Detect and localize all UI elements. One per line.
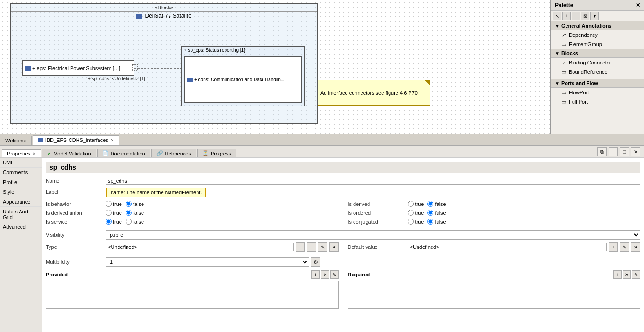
eps-block[interactable]: + eps: Electrical Power Subsystem [...] bbox=[22, 60, 134, 76]
is-service-true-option[interactable]: true bbox=[106, 219, 122, 225]
is-service-false-option[interactable]: false bbox=[126, 219, 144, 225]
type-input[interactable] bbox=[106, 243, 294, 251]
flow-port-icon: ▭ bbox=[560, 89, 567, 96]
palette-arrow-btn[interactable]: ↖ bbox=[553, 12, 561, 20]
is-conjugated-true-radio[interactable] bbox=[408, 219, 414, 225]
type-ellipsis-btn[interactable]: ⋯ bbox=[296, 242, 305, 252]
left-nav-style[interactable]: Style bbox=[0, 187, 42, 197]
is-behavior-true-radio[interactable] bbox=[106, 201, 112, 207]
type-add-btn[interactable]: + bbox=[307, 242, 316, 252]
is-conjugated-true-option[interactable]: true bbox=[408, 219, 424, 225]
bottom-tab-model-validation[interactable]: ✓ Model Validation bbox=[42, 149, 96, 157]
palette-item-dependency[interactable]: ↗ Dependency bbox=[551, 30, 644, 40]
name-row-container: Name name: The name of the NamedElement. bbox=[46, 177, 640, 185]
bottom-tab-properties[interactable]: Properties ✕ bbox=[2, 149, 41, 157]
type-col: Type ⋯ + ✎ ✕ bbox=[46, 242, 339, 254]
minimize-btn[interactable]: ─ bbox=[609, 147, 618, 156]
is-behavior-false-radio[interactable] bbox=[126, 201, 132, 207]
required-box[interactable] bbox=[348, 281, 641, 309]
cdhs-inner-block[interactable]: + cdhs: Communication and Data Handlin..… bbox=[184, 56, 302, 103]
left-nav-advanced[interactable]: Advanced bbox=[0, 222, 42, 232]
palette-item-flow-port[interactable]: ▭ FlowPort bbox=[551, 88, 644, 97]
left-nav-profile[interactable]: Profile bbox=[0, 177, 42, 187]
palette-fit-btn[interactable]: ⊠ bbox=[581, 12, 589, 20]
left-nav-appearance[interactable]: Appearance bbox=[0, 197, 42, 207]
visibility-select[interactable]: public private protected package bbox=[106, 230, 640, 240]
is-derived-true-option[interactable]: true bbox=[408, 201, 424, 207]
palette-section-blocks[interactable]: ▼ Blocks bbox=[551, 49, 644, 58]
is-conjugated-true-label: true bbox=[415, 219, 424, 225]
palette-dropdown-btn[interactable]: ▾ bbox=[590, 12, 599, 20]
bottom-tab-references[interactable]: 🔗 References bbox=[151, 149, 196, 157]
default-add-btn[interactable]: + bbox=[609, 242, 618, 252]
is-ordered-false-option[interactable]: false bbox=[427, 210, 446, 216]
type-remove-btn[interactable]: ✕ bbox=[329, 242, 339, 252]
left-nav-comments[interactable]: Comments bbox=[0, 168, 42, 177]
is-derived-false-radio[interactable] bbox=[427, 201, 433, 207]
palette-item-binding-connector[interactable]: ⟋ Binding Connector bbox=[551, 58, 644, 67]
diagram-area[interactable]: «Block» DellSat-77 Satalite + eps: Elect… bbox=[0, 0, 551, 134]
is-derived-union-label: Is derived union bbox=[46, 210, 102, 216]
provided-remove-btn[interactable]: ✕ bbox=[321, 270, 329, 279]
is-derived-union-true-option[interactable]: true bbox=[106, 210, 122, 216]
required-add-btn[interactable]: + bbox=[613, 270, 622, 279]
is-behavior-true-option[interactable]: true bbox=[106, 201, 122, 207]
is-conjugated-false-option[interactable]: false bbox=[427, 219, 446, 225]
block-icon bbox=[136, 14, 142, 19]
sp-eps-block[interactable]: + sp_eps: Status reporting [1] + cdhs: C… bbox=[181, 46, 305, 106]
is-ordered-false-radio[interactable] bbox=[427, 210, 433, 216]
bottom-tab-progress[interactable]: ⏳ Progress bbox=[197, 149, 236, 157]
multiplicity-select[interactable]: 1 0..1 0..* 1..* * bbox=[106, 257, 309, 267]
palette-close-icon[interactable]: ✕ bbox=[636, 2, 640, 8]
default-value-input[interactable] bbox=[408, 243, 607, 251]
multiplicity-settings-btn[interactable]: ⚙ bbox=[311, 257, 320, 267]
is-ordered-true-option[interactable]: true bbox=[408, 210, 424, 216]
provided-edit-btn[interactable]: ✎ bbox=[330, 270, 339, 279]
is-behavior-false-option[interactable]: false bbox=[126, 201, 144, 207]
bottom-tab-model-validation-label: Model Validation bbox=[53, 151, 91, 156]
palette-title: Palette bbox=[555, 2, 573, 8]
is-derived-union-false-radio[interactable] bbox=[126, 210, 132, 216]
cdhs-label: + cdhs: Communication and Data Handlin..… bbox=[194, 77, 284, 82]
eps-label: + eps: Electrical Power Subsystem [...] bbox=[32, 65, 120, 71]
required-edit-btn[interactable]: ✎ bbox=[632, 270, 640, 279]
palette-zoom-in-btn[interactable]: + bbox=[562, 12, 571, 20]
bottom-tab-documentation[interactable]: 📄 Documentation bbox=[97, 149, 150, 157]
eps-block-icon bbox=[25, 66, 31, 71]
type-edit-btn[interactable]: ✎ bbox=[318, 242, 327, 252]
restore-btn[interactable]: □ bbox=[620, 147, 629, 156]
is-service-true-radio[interactable] bbox=[106, 219, 112, 225]
palette-item-element-group[interactable]: ▭ ElementGroup bbox=[551, 40, 644, 49]
left-nav-rulers-grid[interactable]: Rulers And Grid bbox=[0, 207, 42, 222]
maximize-btn[interactable]: ⧉ bbox=[597, 147, 607, 156]
bottom-tab-properties-close[interactable]: ✕ bbox=[32, 151, 36, 156]
name-input[interactable] bbox=[106, 177, 640, 185]
close-panel-btn[interactable]: ✕ bbox=[631, 147, 640, 156]
outer-block-stereotype: «Block» bbox=[11, 4, 317, 12]
is-derived-false-option[interactable]: false bbox=[427, 201, 446, 207]
tab-ibd[interactable]: IBD_EPS-CDHS_interfaces ✕ bbox=[33, 135, 119, 145]
palette-section-ports-flow[interactable]: ▼ Ports and Flow bbox=[551, 79, 644, 88]
default-edit-btn[interactable]: ✎ bbox=[620, 242, 629, 252]
bottom-tab-progress-label: Progress bbox=[211, 151, 231, 156]
cdhs-icon bbox=[187, 78, 193, 82]
provided-box[interactable] bbox=[46, 281, 339, 309]
palette-section-general-annotations[interactable]: ▼ General Annotations bbox=[551, 21, 644, 30]
is-conjugated-false-radio[interactable] bbox=[427, 219, 433, 225]
is-service-false-radio[interactable] bbox=[126, 219, 132, 225]
outer-block-name: DellSat-77 Satalite bbox=[11, 12, 317, 20]
is-derived-true-radio[interactable] bbox=[408, 201, 414, 207]
is-ordered-true-radio[interactable] bbox=[408, 210, 414, 216]
is-derived-union-false-option[interactable]: false bbox=[126, 210, 144, 216]
provided-add-btn[interactable]: + bbox=[311, 270, 320, 279]
tab-welcome[interactable]: Welcome bbox=[0, 136, 32, 145]
tab-ibd-close-icon[interactable]: ✕ bbox=[110, 138, 114, 143]
is-derived-union-true-radio[interactable] bbox=[106, 210, 112, 216]
palette-zoom-out-btn[interactable]: − bbox=[572, 12, 580, 20]
palette-item-full-port[interactable]: ▭ Full Port bbox=[551, 97, 644, 106]
palette-item-bound-reference[interactable]: ▭ BoundReference bbox=[551, 67, 644, 77]
expand-icon: ▼ bbox=[555, 23, 559, 28]
left-nav-uml[interactable]: UML bbox=[0, 158, 42, 168]
default-remove-btn[interactable]: ✕ bbox=[631, 242, 640, 252]
required-remove-btn[interactable]: ✕ bbox=[623, 270, 631, 279]
